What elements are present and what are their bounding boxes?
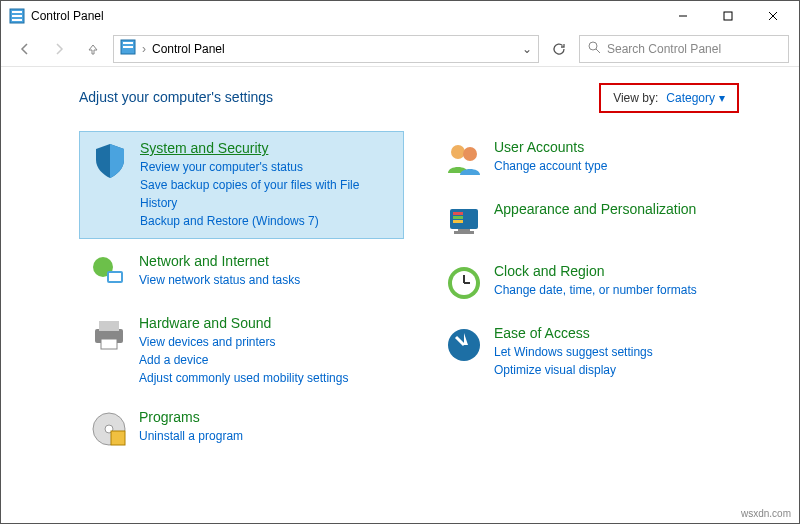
category-hardware-sound[interactable]: Hardware and Sound View devices and prin… (79, 307, 404, 395)
svg-point-23 (463, 147, 477, 161)
users-icon (444, 139, 484, 179)
forward-button[interactable] (45, 35, 73, 63)
category-link[interactable]: Appearance and Personalization (494, 201, 696, 217)
content-area: Adjust your computer's settings View by:… (1, 67, 799, 473)
category-system-security[interactable]: System and Security Review your computer… (79, 131, 404, 239)
refresh-button[interactable] (545, 35, 573, 63)
window: Control Panel › Control Panel ⌄ Search C… (0, 0, 800, 524)
breadcrumb-item[interactable]: Control Panel (152, 42, 225, 56)
control-panel-icon (9, 8, 25, 24)
chevron-down-icon: ▾ (719, 91, 725, 105)
svg-rect-18 (101, 339, 117, 349)
sublink[interactable]: Adjust commonly used mobility settings (139, 369, 394, 387)
chevron-down-icon[interactable]: ⌄ (522, 42, 532, 56)
category-appearance-personalization[interactable]: Appearance and Personalization (434, 193, 759, 249)
svg-rect-15 (109, 273, 121, 281)
category-clock-region[interactable]: Clock and Region Change date, time, or n… (434, 255, 759, 311)
search-placeholder: Search Control Panel (607, 42, 721, 56)
sublink[interactable]: Let Windows suggest settings (494, 343, 749, 361)
sublink[interactable]: Backup and Restore (Windows 7) (140, 212, 393, 230)
svg-rect-3 (12, 19, 22, 21)
category-link[interactable]: Ease of Access (494, 325, 590, 341)
category-columns: System and Security Review your computer… (79, 131, 759, 463)
sublink[interactable]: Save backup copies of your files with Fi… (140, 176, 393, 212)
category-ease-of-access[interactable]: Ease of Access Let Windows suggest setti… (434, 317, 759, 387)
svg-rect-29 (454, 231, 474, 234)
svg-rect-28 (458, 229, 470, 231)
svg-rect-21 (111, 431, 125, 445)
disc-icon (89, 409, 129, 449)
maximize-button[interactable] (705, 1, 750, 31)
right-column: User Accounts Change account type Appear… (434, 131, 759, 463)
category-link[interactable]: Hardware and Sound (139, 315, 271, 331)
left-column: System and Security Review your computer… (79, 131, 404, 463)
clock-icon (444, 263, 484, 303)
svg-point-11 (589, 42, 597, 50)
view-by-value[interactable]: Category ▾ (666, 91, 725, 105)
titlebar: Control Panel (1, 1, 799, 31)
shield-icon (90, 140, 130, 180)
search-icon (588, 41, 601, 57)
printer-icon (89, 315, 129, 355)
minimize-button[interactable] (660, 1, 705, 31)
sublink[interactable]: Optimize visual display (494, 361, 749, 379)
svg-rect-2 (12, 15, 22, 17)
category-programs[interactable]: Programs Uninstall a program (79, 401, 404, 457)
window-title: Control Panel (31, 9, 660, 23)
svg-rect-25 (453, 212, 463, 215)
view-by-selector[interactable]: View by: Category ▾ (599, 83, 739, 113)
svg-rect-17 (99, 321, 119, 331)
svg-rect-1 (12, 11, 22, 13)
svg-rect-26 (453, 216, 463, 219)
address-box[interactable]: › Control Panel ⌄ (113, 35, 539, 63)
svg-rect-9 (123, 42, 133, 44)
svg-rect-5 (724, 12, 732, 20)
monitor-color-icon (444, 201, 484, 241)
svg-rect-27 (453, 220, 463, 223)
svg-rect-10 (123, 46, 133, 48)
category-link[interactable]: Clock and Region (494, 263, 605, 279)
up-button[interactable] (79, 35, 107, 63)
watermark: wsxdn.com (741, 508, 791, 519)
sublink[interactable]: Change account type (494, 157, 749, 175)
sublink[interactable]: View devices and printers (139, 333, 394, 351)
close-button[interactable] (750, 1, 795, 31)
sublink[interactable]: Review your computer's status (140, 158, 393, 176)
back-button[interactable] (11, 35, 39, 63)
ease-icon (444, 325, 484, 365)
svg-point-22 (451, 145, 465, 159)
address-bar: › Control Panel ⌄ Search Control Panel (1, 31, 799, 67)
chevron-right-icon: › (142, 42, 146, 56)
category-user-accounts[interactable]: User Accounts Change account type (434, 131, 759, 187)
category-link[interactable]: User Accounts (494, 139, 584, 155)
category-network-internet[interactable]: Network and Internet View network status… (79, 245, 404, 301)
sublink[interactable]: Uninstall a program (139, 427, 394, 445)
sublink[interactable]: View network status and tasks (139, 271, 394, 289)
svg-line-12 (596, 49, 600, 53)
category-link[interactable]: System and Security (140, 140, 268, 156)
sublink[interactable]: Change date, time, or number formats (494, 281, 749, 299)
view-by-label: View by: (613, 91, 658, 105)
category-link[interactable]: Programs (139, 409, 200, 425)
search-input[interactable]: Search Control Panel (579, 35, 789, 63)
category-link[interactable]: Network and Internet (139, 253, 269, 269)
control-panel-icon (120, 39, 136, 58)
sublink[interactable]: Add a device (139, 351, 394, 369)
globe-network-icon (89, 253, 129, 293)
